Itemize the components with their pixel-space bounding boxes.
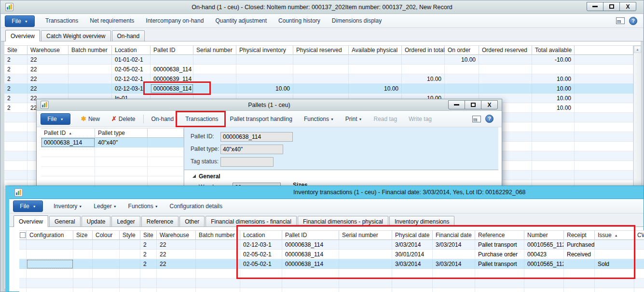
menu-item-transactions[interactable]: Transactions [40,17,84,24]
cell-col0[interactable] [19,279,27,288]
cell-site[interactable]: 2 [4,93,27,103]
cell-receipt[interactable] [564,279,595,288]
cell-site[interactable] [4,122,27,132]
cell-style[interactable] [120,279,140,288]
menu-item-functions[interactable]: Functions▼ [298,116,340,122]
cell-pallet-id[interactable]: 00000638_114 [41,138,95,147]
menu-item-new[interactable]: ✱New [75,116,106,122]
cell-pallet-id[interactable] [282,288,339,292]
cell-available-physical[interactable]: 10.00 [349,84,402,93]
column-header-site[interactable]: Site [4,46,27,55]
cell-on-order[interactable]: 10.00 [445,55,479,65]
cell-pallet-type[interactable] [95,167,148,176]
column-header-physical-reserved[interactable]: Physical reserved [293,46,349,55]
tab-other[interactable]: Other [179,216,205,226]
cell-pallet-type[interactable]: 40"x40" [95,138,148,147]
column-header-available-physical[interactable]: Available physical [349,46,402,55]
cell-number[interactable] [524,279,564,288]
tab-on-hand[interactable]: On-hand [112,30,145,41]
cell-reference[interactable] [475,288,524,292]
cell-style[interactable] [120,269,140,279]
cell-batch-number[interactable] [69,74,112,84]
scroll-up-icon[interactable]: ▲ [634,46,641,53]
cell-total-available[interactable] [532,65,575,74]
menu-item-quantity-adjustment[interactable]: Quantity adjustment [209,17,273,24]
table-row[interactable]: 22202-12-02-100000639_11410.0010.00 [4,74,633,84]
tab-update[interactable]: Update [82,216,111,226]
menu-item-configuration-details[interactable]: Configuration details [164,203,228,210]
column-header-configuration[interactable]: Configuration [27,231,73,240]
cell-on-order[interactable] [445,74,479,84]
cell-ordered-in-total[interactable] [402,55,445,65]
cell-physical-date[interactable] [392,279,433,288]
cell-warehouse[interactable] [157,269,196,279]
cell-site[interactable]: 2 [4,65,27,74]
menu-item-on-hand[interactable]: On-hand [146,116,180,122]
cell-site[interactable] [4,142,27,151]
cell-warehouse[interactable]: 22 [27,84,69,93]
column-header-ordered-reserved[interactable]: Ordered reserved [479,46,532,55]
cell-ordered-in-total[interactable] [402,65,445,74]
cell-warehouse[interactable]: 22 [27,55,69,65]
cell-site[interactable]: 2 [140,259,157,269]
cell-pallet-id[interactable] [282,279,339,288]
layout-pane-icon[interactable] [616,17,625,24]
cell-batch-number[interactable] [196,269,240,279]
column-header-on-order[interactable]: On order [445,46,479,55]
cell-batch-number[interactable] [69,65,112,74]
cell-pallet-id[interactable]: 00000638_114 [151,65,193,74]
column-header-pallet-type[interactable]: Pallet type [95,129,148,138]
cell-physical-reserved[interactable] [293,65,349,74]
cell-style[interactable] [120,259,140,269]
column-header-pallet-id[interactable]: Pallet ID [151,46,193,55]
table-row-empty[interactable] [19,288,644,292]
tab-overview[interactable]: Overview [14,215,48,227]
cell-site[interactable]: 2 [4,103,27,113]
menu-item-functions[interactable]: Functions▼ [123,203,164,210]
cell-col13[interactable] [575,55,633,65]
menu-item-pallet-transport-handling[interactable]: Pallet transport handling [224,116,298,122]
cell-site[interactable] [140,288,157,292]
cell-cw[interactable] [634,250,644,259]
column-header-warehouse[interactable]: Warehouse [157,231,196,240]
cell-col2[interactable] [148,138,184,147]
cell-total-available[interactable]: -10.00 [532,55,575,65]
cell-serial-number[interactable] [339,288,392,292]
cell-physical-inventory[interactable] [236,74,293,84]
cell-physical-inventory[interactable] [236,55,293,65]
collapse-triangle-icon[interactable] [192,174,196,178]
cell-pallet-id[interactable] [151,55,193,65]
menu-item-counting-history[interactable]: Counting history [273,17,326,24]
general-section-header[interactable]: General [199,173,220,180]
cell-site[interactable] [4,161,27,171]
cell-site[interactable]: 2 [4,55,27,65]
tab-catch-weight-overview[interactable]: Catch Weight overview [41,30,111,41]
menu-item-inventory[interactable]: Inventory▼ [48,203,88,210]
cell-batch-number[interactable] [196,250,240,259]
cell-ordered-reserved[interactable] [479,84,532,93]
cell-col2[interactable] [148,176,184,186]
cell-site[interactable]: 2 [4,74,27,84]
cell-col2[interactable] [148,167,184,176]
cell-physical-reserved[interactable] [293,55,349,65]
cell-total-available[interactable] [532,171,575,180]
cell-colour[interactable] [93,279,120,288]
cell-pallet-id[interactable] [41,167,95,176]
cell-colour[interactable] [93,288,120,292]
cell-total-available[interactable]: 10.00 [532,103,575,113]
titlebar-on-hand[interactable]: On-hand (1 - ceu) - Closed: NoItem numbe… [0,0,644,14]
cell-reference[interactable] [475,279,524,288]
column-header-style[interactable]: Style [120,231,140,240]
column-header-size[interactable]: Size [73,231,93,240]
cell-total-available[interactable] [532,151,575,161]
pallet-type-field[interactable]: 40"x40" [220,145,283,154]
cell-cw[interactable] [634,279,644,288]
table-row[interactable]: 22202-12-03-100000638_11410.0010.0010.00 [4,84,633,93]
cell-col13[interactable] [575,132,633,142]
cell-location[interactable] [240,288,282,292]
column-header-pallet-id[interactable]: Pallet ID▲ [41,129,95,138]
minimize-button[interactable] [448,100,465,109]
cell-warehouse[interactable]: 22 [27,74,69,84]
cell-style[interactable] [120,288,140,292]
tab-overview[interactable]: Overview [5,30,40,41]
